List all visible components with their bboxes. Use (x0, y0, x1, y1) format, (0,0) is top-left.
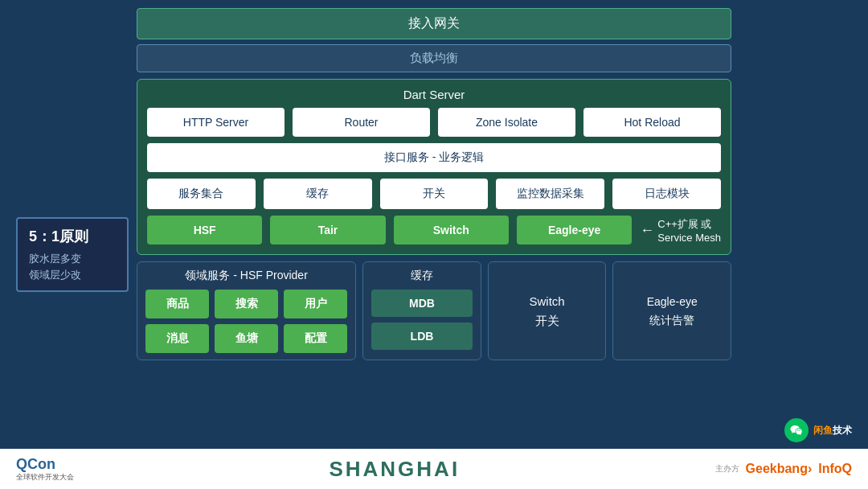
interface-bar: 接口服务 - 业务逻辑 (147, 143, 721, 172)
service-box-3: 开关 (380, 179, 489, 209)
http-server-box: HTTP Server (147, 108, 285, 137)
cache-title: 缓存 (371, 269, 473, 283)
principle-title: 5：1原则 (29, 227, 116, 246)
domain-title: 领域服务 - HSF Provider (145, 269, 347, 283)
domain-item-6: 配置 (284, 324, 347, 353)
wechat-block: 闲鱼技术 (784, 418, 852, 442)
qcon-logo: QCon (16, 456, 74, 473)
arrow-icon: ← (640, 222, 654, 239)
service-box-1: 服务集合 (147, 179, 256, 209)
eagle-eye-box: Eagle-eye (517, 216, 632, 244)
cache-items: MDB LDB (371, 290, 473, 350)
hsf-box: HSF (147, 216, 262, 244)
cache-block: 缓存 MDB LDB (362, 261, 481, 360)
dart-server-block: Dart Server HTTP Server Router Zone Isol… (137, 79, 731, 255)
domain-item-2: 搜索 (215, 290, 278, 318)
switch-box: Switch (394, 216, 509, 244)
footer-center: SHANGHAI (329, 457, 460, 482)
service-box-2: 缓存 (264, 179, 372, 209)
eagle-line2: 统计告警 (649, 314, 694, 327)
gateway-bar: 接入网关 (137, 8, 731, 39)
domain-grid: 商品 搜索 用户 消息 鱼塘 配置 (145, 290, 347, 353)
service-box-4: 监控数据采集 (496, 179, 604, 209)
domain-block: 领域服务 - HSF Provider 商品 搜索 用户 消息 鱼塘 配置 (137, 261, 356, 360)
cache-item-mdb: MDB (371, 290, 473, 317)
wechat-text: 闲鱼技术 (813, 424, 852, 438)
geekbang-logo: Geekbang› (746, 462, 813, 476)
tair-box: Tair (270, 216, 385, 244)
switch-line1: Switch (530, 294, 565, 308)
main-container: 接入网关 负载均衡 Dart Server HTTP Server Router… (0, 0, 868, 489)
footer: QCon 全球软件开发大会 SHANGHAI 主办方 Geekbang› Inf… (0, 449, 868, 489)
domain-item-1: 商品 (145, 290, 209, 318)
eagle-line1: Eagle-eye (647, 295, 698, 308)
footer-right: 主办方 Geekbang› InfoQ (715, 462, 852, 476)
switch-block: Switch 开关 (488, 261, 607, 360)
qcon-sub: 全球软件开发大会 (16, 473, 74, 482)
wechat-icon (784, 418, 809, 442)
domain-item-5: 鱼塘 (215, 324, 278, 353)
infoq-logo: InfoQ (818, 462, 852, 476)
zone-isolate-box: Zone Isolate (438, 108, 575, 137)
hot-reload-box: Hot Reload (583, 108, 721, 137)
cpp-text: C++扩展 或Service Mesh (657, 217, 721, 244)
principle-line1: 胶水层多变 (29, 253, 81, 265)
eagle-block: Eagle-eye 统计告警 (612, 261, 731, 360)
cpp-label: ← C++扩展 或Service Mesh (640, 217, 721, 244)
zhuban-label: 主办方 (715, 463, 739, 475)
switch-content: Switch 开关 (530, 292, 565, 331)
left-panel: 5：1原则 胶水层多变 领域层少改 (16, 217, 129, 298)
top-section: 接入网关 负载均衡 (0, 0, 868, 72)
principle-box: 5：1原则 胶水层多变 领域层少改 (16, 217, 129, 292)
domain-item-4: 消息 (145, 324, 209, 353)
eagle-content: Eagle-eye 统计告警 (647, 293, 698, 329)
router-box: Router (293, 108, 430, 137)
loadbalance-bar: 负载均衡 (137, 44, 731, 72)
green-row: HSF Tair Switch Eagle-eye ← C++扩展 或Servi… (147, 216, 721, 244)
service-box-5: 日志模块 (612, 179, 721, 209)
cache-item-ldb: LDB (371, 323, 473, 350)
qcon-logo-block: QCon 全球软件开发大会 (16, 456, 74, 482)
principle-line2: 领域层少改 (29, 269, 81, 281)
dart-server-title: Dart Server (147, 88, 721, 101)
principle-sub: 胶水层多变 领域层少改 (29, 251, 116, 282)
dart-row1: HTTP Server Router Zone Isolate Hot Relo… (147, 108, 721, 137)
switch-line2: 开关 (535, 314, 559, 327)
bottom-section: 领域服务 - HSF Provider 商品 搜索 用户 消息 鱼塘 配置 缓存… (137, 261, 731, 360)
service-row: 服务集合 缓存 开关 监控数据采集 日志模块 (147, 179, 721, 209)
domain-item-3: 用户 (284, 290, 347, 318)
footer-left: QCon 全球软件开发大会 (16, 456, 74, 482)
